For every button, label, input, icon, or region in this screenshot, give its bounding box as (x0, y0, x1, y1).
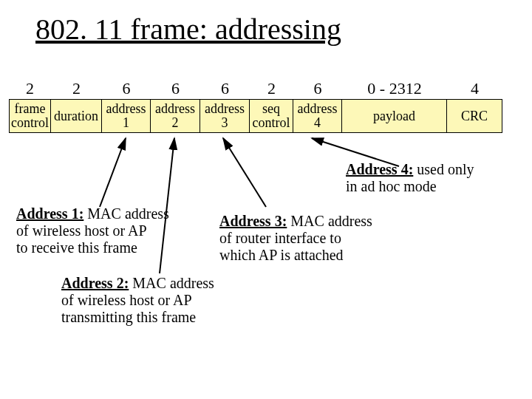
slide-title: 802. 11 frame: addressing (35, 12, 341, 47)
svg-line-0 (100, 138, 126, 207)
size-8: 4 (447, 79, 502, 98)
size-0: 2 (9, 79, 51, 98)
size-2: 6 (102, 79, 151, 98)
size-7: 0 - 2312 (342, 79, 447, 98)
size-3: 6 (151, 79, 200, 98)
field-frame-control: framecontrol (9, 99, 51, 133)
field-seq-control: seqcontrol (250, 99, 293, 133)
size-1: 2 (51, 79, 102, 98)
size-4: 6 (200, 79, 250, 98)
size-5: 2 (250, 79, 293, 98)
field-payload: payload (342, 99, 447, 133)
frame-structure: framecontrol duration address1 address2 … (9, 99, 502, 133)
field-address-1: address1 (102, 99, 151, 133)
size-6: 6 (293, 79, 342, 98)
field-address-3: address3 (200, 99, 250, 133)
svg-line-2 (223, 138, 266, 207)
note-address-4: Address 4: used onlyin ad hoc mode (346, 161, 516, 195)
arrows-svg (0, 0, 532, 399)
note-address-3: Address 3: MAC addressof router interfac… (219, 213, 404, 264)
field-address-2: address2 (151, 99, 200, 133)
field-crc: CRC (447, 99, 502, 133)
field-address-4: address4 (293, 99, 342, 133)
field-sizes-row: 2 2 6 6 6 2 6 0 - 2312 4 (9, 79, 502, 98)
note-address-2: Address 2: MAC addressof wireless host o… (61, 275, 246, 326)
note-address-1: Address 1: MAC addressof wireless host o… (16, 205, 201, 256)
field-duration: duration (51, 99, 102, 133)
